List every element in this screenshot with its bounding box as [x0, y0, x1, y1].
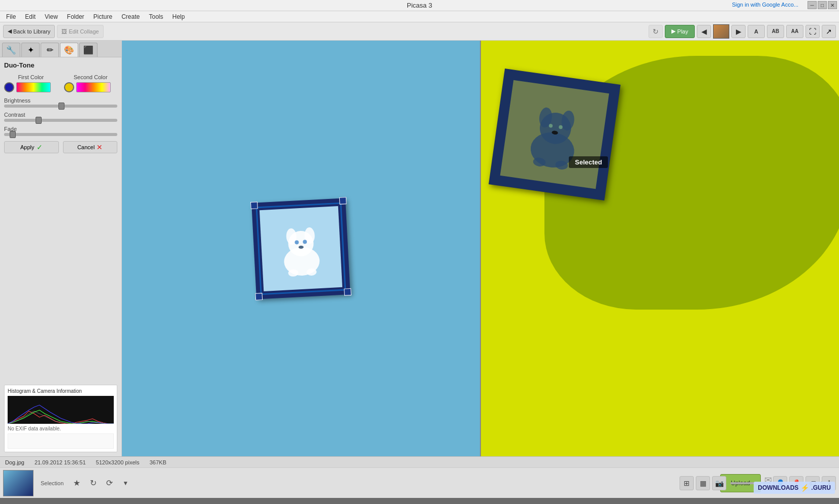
edit-collage-icon: 🖼	[61, 28, 67, 35]
sync-button[interactable]: ↻	[649, 25, 663, 38]
status-filename: Dog.jpg	[5, 459, 24, 465]
status-size: 367KB	[149, 459, 166, 465]
corner-handle-tl[interactable]	[250, 201, 258, 209]
menu-help[interactable]: Help	[168, 12, 189, 21]
histogram-chart	[8, 396, 114, 424]
cancel-label: Cancel	[77, 144, 94, 150]
app-title: Picasa 3	[407, 2, 432, 9]
restore-button[interactable]: □	[818, 1, 827, 9]
tab-palette[interactable]: 🎨	[60, 43, 78, 57]
title-bar: Picasa 3 Sign in with Google Acco... ─ □…	[0, 0, 839, 11]
tab-basic-fixes[interactable]: 🔧	[2, 43, 20, 57]
image-panel-right[interactable]	[481, 41, 839, 456]
contrast-section: Contrast	[4, 112, 117, 122]
watermark-text: DOWNLOADS	[758, 484, 798, 491]
contrast-slider[interactable]	[36, 117, 42, 124]
dog-frame-right	[489, 69, 621, 200]
apply-button[interactable]: Apply ✓	[4, 141, 59, 153]
histogram-section: Histogram & Camera Information No EXIF d…	[4, 385, 117, 452]
signin-link[interactable]: Sign in with Google Acco...	[732, 2, 798, 8]
upload-sync-button[interactable]: ↻	[86, 476, 100, 490]
brightness-track	[4, 105, 117, 108]
apply-label: Apply	[20, 144, 35, 150]
watermark: DOWNLOADS ⚡ .GURU	[754, 482, 835, 494]
panel-title: Duo-Tone	[4, 61, 117, 69]
cancel-button[interactable]: Cancel ✕	[63, 141, 118, 153]
tab-effects[interactable]: ✏	[41, 43, 59, 57]
nav-next-button[interactable]: ▶	[731, 25, 746, 38]
nav-prev-button[interactable]: ◀	[697, 25, 711, 38]
play-label: Play	[677, 28, 688, 35]
camera-button[interactable]: 📷	[712, 476, 726, 490]
brightness-section: Brightness	[4, 97, 117, 108]
panel-content: Duo-Tone First Color Second Color	[0, 57, 121, 385]
fade-slider[interactable]	[10, 131, 16, 138]
toolbar: ◀ Back to Library 🖼 Edit Collage ↻ ▶ Pla…	[0, 22, 839, 41]
thumbnail-strip[interactable]	[3, 470, 34, 496]
status-date: 21.09.2012 15:36:51	[35, 459, 86, 465]
fullscreen-button[interactable]: ⛶	[805, 25, 820, 38]
statusbar: Dog.jpg 21.09.2012 15:36:51 5120x3200 pi…	[0, 456, 839, 467]
window-controls: ─ □ ✕	[808, 1, 837, 9]
contrast-track	[4, 119, 117, 122]
upload-star-button[interactable]: ★	[70, 476, 84, 490]
image-panel-left[interactable]	[122, 41, 481, 456]
menu-edit[interactable]: Edit	[21, 12, 40, 21]
status-dimensions: 5120x3200 pixels	[96, 459, 140, 465]
menu-file[interactable]: File	[2, 12, 20, 21]
check-icon: ✓	[37, 143, 43, 151]
back-to-library-button[interactable]: ◀ Back to Library	[3, 25, 55, 38]
dog-image-left	[269, 214, 333, 283]
histogram-svg	[8, 396, 114, 424]
dog-inner-right	[500, 80, 609, 189]
corner-handle-br[interactable]	[344, 288, 351, 295]
menu-tools[interactable]: Tools	[145, 12, 167, 21]
play-icon: ▶	[671, 28, 675, 35]
grid-view-button[interactable]: ⊞	[680, 476, 694, 490]
cancel-icon: ✕	[96, 143, 103, 151]
brightness-slider[interactable]	[58, 103, 64, 110]
canvas-area: Selected	[122, 41, 839, 456]
second-color-gradient[interactable]	[76, 82, 111, 92]
text-size-ab-button[interactable]: AB	[767, 25, 784, 38]
left-panel: 🔧 ✦ ✏ 🎨 ⬛ Duo-Tone First Color Second Co…	[0, 41, 122, 456]
close-button[interactable]: ✕	[828, 1, 837, 9]
fade-section: Fade	[4, 126, 117, 136]
upload-refresh-button[interactable]: ⟳	[102, 476, 116, 490]
histogram-title: Histogram & Camera Information	[8, 388, 114, 394]
text-size-aa-button[interactable]: AA	[786, 25, 803, 38]
upload-dropdown-button[interactable]: ▼	[118, 476, 133, 490]
tab-tuning[interactable]: ✦	[21, 43, 40, 57]
filmstrip-thumbnail[interactable]	[713, 24, 729, 39]
second-color-swatch[interactable]	[64, 82, 74, 92]
menu-picture[interactable]: Picture	[89, 12, 116, 21]
main-area: 🔧 ✦ ✏ 🎨 ⬛ Duo-Tone First Color Second Co…	[0, 41, 839, 456]
selection-label: Selection	[41, 480, 63, 486]
menu-folder[interactable]: Folder	[63, 12, 88, 21]
corner-handle-tr[interactable]	[339, 197, 347, 205]
selected-badge: Selected	[569, 156, 608, 168]
menu-view[interactable]: View	[41, 12, 62, 21]
first-color-gradient[interactable]	[16, 82, 51, 92]
text-size-a-button[interactable]: A	[748, 25, 765, 38]
second-color-label: Second Color	[64, 74, 118, 80]
minimize-button[interactable]: ─	[808, 1, 817, 9]
watermark-logo: ⚡	[800, 484, 809, 492]
bottombar: Selection ★ ↻ ⟳ ▼ Upload ✉ Email 🖨 Print…	[0, 467, 839, 498]
first-color-label: First Color	[4, 74, 58, 80]
tab-custom[interactable]: ⬛	[79, 43, 98, 57]
back-arrow-icon: ◀	[8, 28, 12, 35]
share-button[interactable]: ↗	[822, 25, 836, 38]
play-button[interactable]: ▶ Play	[665, 25, 695, 38]
image-panels	[122, 41, 839, 456]
edit-tabs: 🔧 ✦ ✏ 🎨 ⬛	[0, 41, 121, 57]
corner-handle-bl[interactable]	[255, 293, 263, 300]
filmstrip-view-button[interactable]: ▦	[696, 476, 710, 490]
thumbnail-image	[4, 471, 33, 496]
histogram-extra	[8, 433, 114, 449]
contrast-label: Contrast	[4, 112, 117, 118]
menubar: File Edit View Folder Picture Create Too…	[0, 11, 839, 22]
first-color-swatch[interactable]	[4, 82, 14, 92]
edit-collage-button[interactable]: 🖼 Edit Collage	[57, 25, 103, 38]
menu-create[interactable]: Create	[117, 12, 144, 21]
